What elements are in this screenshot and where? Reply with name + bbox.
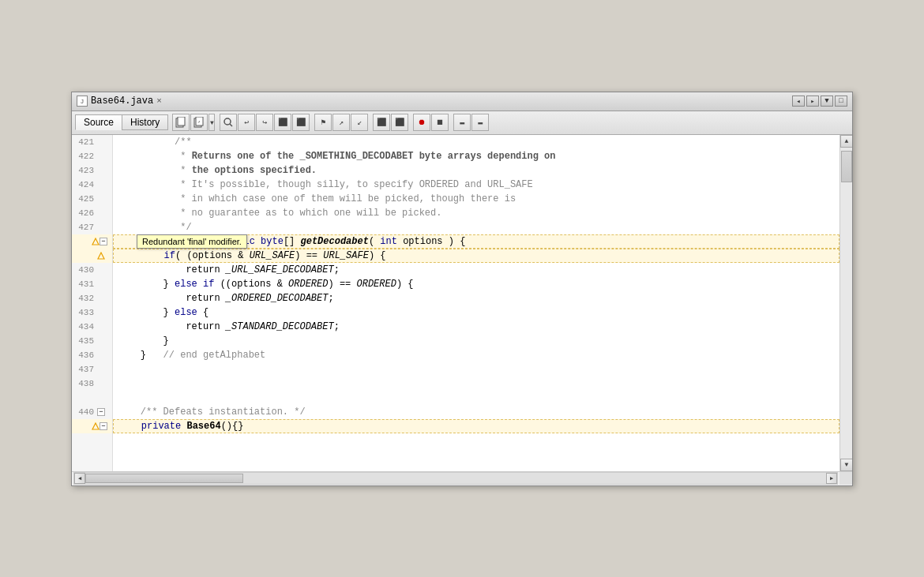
gutter-row-422: 422 <box>72 149 112 163</box>
gutter-row-440: 440 − <box>72 405 112 419</box>
toolbar-btn-3[interactable]: ↩ <box>238 114 255 131</box>
scroll-track-h[interactable] <box>85 473 826 484</box>
toolbar-btn-dropdown[interactable]: ▼ <box>208 114 215 131</box>
warning-fold-icon-428[interactable] <box>92 238 100 245</box>
svg-point-5 <box>224 118 231 125</box>
toolbar-btn-11[interactable]: ⬛ <box>391 114 408 131</box>
scroll-left-btn[interactable]: ◀ <box>74 473 85 484</box>
gutter-row-425: 425 <box>72 192 112 206</box>
code-line-424: * It's possible, though silly, to specif… <box>113 178 839 192</box>
gutter-row-433: 433 <box>72 305 112 320</box>
fold-icon-440[interactable]: − <box>97 408 105 416</box>
gutter-row-431: 431 <box>72 277 112 291</box>
code-line-432: return _ORDERED_DECODABET; <box>113 291 839 305</box>
gutter-row-430: 430 <box>72 263 112 277</box>
code-line-427: */ Redundant 'final' modifier. <box>113 220 839 234</box>
toolbar-btn-4[interactable]: ↪ <box>256 114 273 131</box>
toolbar-btn-9[interactable]: ↙ <box>351 114 368 131</box>
gutter-row-428b <box>72 249 112 263</box>
scroll-right-btn[interactable]: ▶ <box>826 473 837 484</box>
scroll-thumb-h[interactable] <box>85 474 243 483</box>
svg-marker-9 <box>92 423 99 429</box>
toolbar-btn-5[interactable]: ⬛ <box>274 114 291 131</box>
code-line-429: if( (options & URL_SAFE) == URL_SAFE) { <box>113 249 839 263</box>
gutter-row-421: 421 <box>72 135 112 149</box>
dropdown-btn[interactable]: ▼ <box>821 96 833 107</box>
svg-marker-8 <box>98 253 104 259</box>
tooltip-redundant-final: Redundant 'final' modifier. <box>137 234 247 249</box>
toolbar-btn-13[interactable]: ▬ <box>471 114 489 131</box>
toolbar-btn-8[interactable]: ↗ <box>332 114 350 131</box>
code-line-440: /** Defeats instantiation. */ <box>113 405 839 419</box>
gutter-row-441: − <box>72 419 112 433</box>
warning-icon-428b <box>97 252 105 260</box>
gutter-row-437: 437 <box>72 362 112 377</box>
warning-icon-441 <box>92 422 100 430</box>
toolbar-btn-10[interactable]: ⬛ <box>373 114 390 131</box>
gutter-row-423: 423 <box>72 163 112 178</box>
nav-forward-btn[interactable]: ▸ <box>806 96 819 107</box>
gutter-row-436: 436 <box>72 348 112 362</box>
title-bar: J Base64.java × ◂ ▸ ▼ □ <box>72 92 852 111</box>
toolbar-btn-search[interactable] <box>220 114 237 131</box>
code-content: /** * Returns one of the _SOMETHING_DECO… <box>113 135 839 433</box>
editor-area: 421 422 423 424 425 426 <box>72 135 852 471</box>
fold-icon-441[interactable]: − <box>100 422 107 430</box>
scroll-up-btn[interactable]: ▲ <box>840 135 852 148</box>
toolbar-btn-record[interactable]: ⏺ <box>413 114 430 131</box>
svg-line-6 <box>230 124 232 126</box>
toolbar-btn-7[interactable]: ⚑ <box>314 114 332 131</box>
scroll-down-btn[interactable]: ▼ <box>840 459 852 471</box>
window-controls: ◂ ▸ ▼ □ <box>792 96 847 107</box>
gutter-row-428a: − <box>72 234 112 249</box>
bottom-area: ◀ ▶ <box>72 471 852 485</box>
editor-window: J Base64.java × ◂ ▸ ▼ □ Source History ↗… <box>71 92 853 486</box>
gutter-icon-421 <box>97 138 105 146</box>
toolbar-btn-stop[interactable]: ⏹ <box>431 114 449 131</box>
code-area[interactable]: /** * Returns one of the _SOMETHING_DECO… <box>113 135 839 471</box>
code-line-425: * in which case one of them will be pick… <box>113 192 839 206</box>
scroll-thumb-v[interactable] <box>841 151 852 182</box>
gutter-row-438: 438 <box>72 377 112 391</box>
svg-rect-1 <box>178 117 185 126</box>
code-line-422: * Returns one of the _SOMETHING_DECODABE… <box>113 149 839 163</box>
tab-history[interactable]: History <box>122 114 168 130</box>
code-line-435: } <box>113 334 839 348</box>
file-icon: J <box>77 96 88 107</box>
code-line-430: return _URL_SAFE_DECODABET; <box>113 263 839 277</box>
toolbar-btn-12[interactable]: ▬ <box>453 114 471 131</box>
toolbar: Source History ↗ ▼ ↩ ↪ ⬛ ⬛ ⚑ ↗ ↙ ⬛ ⬛ ⏺ ⏹… <box>72 111 852 135</box>
scroll-corner <box>839 472 852 485</box>
toolbar-btn-2[interactable]: ↗ <box>190 114 208 131</box>
code-line-436: } // end getAlphabet <box>113 348 839 362</box>
gutter-row-424: 424 <box>72 178 112 192</box>
code-line-423: * the options specified. <box>113 163 839 178</box>
tab-source[interactable]: Source <box>75 114 122 130</box>
title-bar-left: J Base64.java × <box>77 96 162 107</box>
gutter-row-427: 427 <box>72 220 112 234</box>
gutter-row-426: 426 <box>72 206 112 220</box>
code-line-blank <box>113 391 839 405</box>
code-line-433: } else { <box>113 305 839 320</box>
gutter-row-blank <box>72 391 112 405</box>
code-line-434: return _STANDARD_DECODABET; <box>113 320 839 334</box>
tab-group: Source History <box>75 114 168 130</box>
maximize-btn[interactable]: □ <box>835 96 847 107</box>
code-line-438 <box>113 377 839 391</box>
code-line-421: /** <box>113 135 839 149</box>
toolbar-btn-1[interactable] <box>172 114 190 131</box>
code-line-437 <box>113 362 839 377</box>
vertical-scrollbar: ▲ ▼ <box>839 135 852 471</box>
code-line-441: private Base64(){} <box>113 419 839 433</box>
scroll-track-v[interactable] <box>840 148 852 459</box>
code-line-431: } else if ((options & ORDERED) == ORDERE… <box>113 277 839 291</box>
fold-icon-428[interactable]: − <box>100 238 107 245</box>
gutter-row-435: 435 <box>72 334 112 348</box>
toolbar-btn-6[interactable]: ⬛ <box>292 114 310 131</box>
line-gutter: 421 422 423 424 425 426 <box>72 135 113 471</box>
horizontal-scrollbar: ◀ ▶ <box>73 472 838 485</box>
nav-back-btn[interactable]: ◂ <box>792 96 805 107</box>
close-tab-icon[interactable]: × <box>156 96 162 106</box>
window-title: Base64.java <box>91 96 153 107</box>
gutter-row-432: 432 <box>72 291 112 305</box>
